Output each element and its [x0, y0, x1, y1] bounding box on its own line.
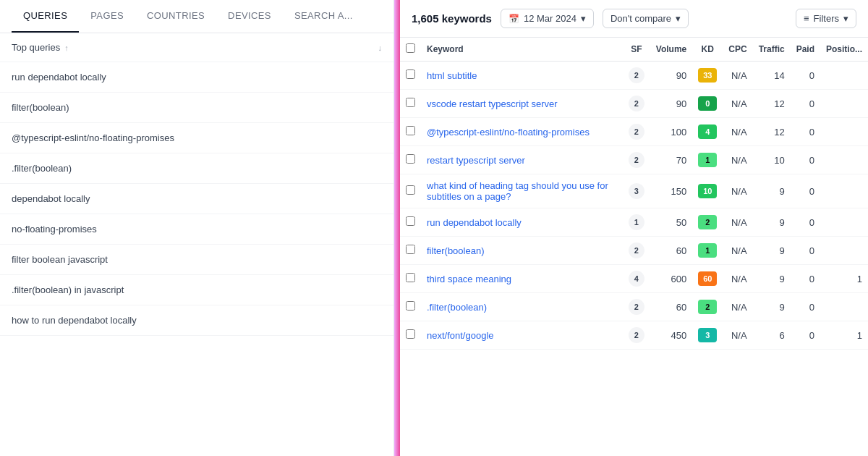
calendar-icon: 📅 [509, 14, 519, 24]
row-checkbox[interactable] [406, 69, 415, 79]
volume-cell: 450 [650, 321, 692, 350]
sf-cell: 2 [623, 293, 650, 321]
tab-queries[interactable]: QUERIES [12, 0, 79, 33]
volume-cell: 90 [650, 90, 692, 118]
list-item[interactable]: no-floating-promises [0, 214, 393, 245]
tab-devices[interactable]: DEVICES [216, 0, 283, 33]
traffic-cell: 12 [753, 90, 791, 118]
traffic-cell: 14 [753, 62, 791, 90]
tab-countries[interactable]: COUNTRIES [135, 0, 216, 33]
keyword-cell: run dependabot locally [421, 208, 623, 237]
list-item[interactable]: run dependabot locally [0, 62, 393, 93]
paid-cell: 0 [791, 321, 820, 350]
kd-badge: 1 [698, 243, 717, 258]
row-checkbox[interactable] [406, 98, 415, 107]
top-queries-label: Top queries ↑ [12, 42, 69, 53]
compare-button[interactable]: Don't compare ▾ [603, 9, 689, 28]
keyword-cell: what kind of heading tag should you use … [421, 174, 623, 208]
volume-cell: 60 [650, 237, 692, 265]
row-checkbox-cell [400, 265, 421, 293]
paid-cell: 0 [791, 146, 820, 174]
kd-cell: 33 [692, 62, 723, 90]
keyword-link[interactable]: html subtitle [427, 70, 477, 81]
sf-badge: 2 [629, 327, 644, 343]
row-checkbox[interactable] [406, 154, 415, 164]
date-picker-button[interactable]: 📅 12 Mar 2024 ▾ [501, 9, 594, 28]
tabs-nav: QUERIESPAGESCOUNTRIESDEVICESSEARCH A... [0, 0, 393, 33]
kd-cell: 3 [692, 321, 723, 350]
col-sf: SF [623, 38, 650, 62]
keywords-tbody: html subtitle29033N/A140vscode restart t… [400, 62, 868, 350]
row-checkbox[interactable] [406, 329, 415, 339]
sf-cell: 4 [623, 265, 650, 293]
kd-badge: 10 [698, 184, 717, 198]
right-header: 1,605 keywords 📅 12 Mar 2024 ▾ Don't com… [400, 0, 868, 38]
filter-icon: ≡ [804, 13, 809, 24]
keyword-link[interactable]: filter(boolean) [427, 245, 485, 256]
sf-cell: 1 [623, 208, 650, 237]
row-checkbox[interactable] [406, 273, 415, 282]
list-item[interactable]: filter boolean javascript [0, 245, 393, 275]
row-checkbox[interactable] [406, 245, 415, 254]
keywords-data-table: Keyword SF Volume KD CPC Traffic Paid Po… [400, 38, 868, 350]
keyword-cell: vscode restart typescript server [421, 90, 623, 118]
keyword-link[interactable]: third space meaning [427, 274, 511, 284]
kd-cell: 2 [692, 208, 723, 237]
row-checkbox[interactable] [406, 126, 415, 135]
list-item[interactable]: .filter(boolean) in javascript [0, 275, 393, 305]
traffic-cell: 9 [753, 265, 791, 293]
tab-pages[interactable]: PAGES [79, 0, 135, 33]
list-item[interactable]: how to run dependabot locally [0, 305, 393, 336]
position-cell [820, 237, 868, 265]
sf-cell: 2 [623, 118, 650, 146]
list-item[interactable]: .filter(boolean) [0, 153, 393, 184]
kd-cell: 10 [692, 174, 723, 208]
paid-cell: 0 [791, 265, 820, 293]
cpc-cell: N/A [723, 146, 752, 174]
sf-badge: 1 [629, 214, 644, 230]
keywords-count: 1,605 keywords [412, 12, 492, 25]
keyword-link[interactable]: run dependabot locally [427, 217, 522, 228]
kd-badge: 1 [698, 153, 717, 167]
keyword-link[interactable]: what kind of heading tag should you use … [427, 180, 608, 202]
row-checkbox[interactable] [406, 216, 415, 226]
sf-cell: 3 [623, 174, 650, 208]
sort-desc-icon[interactable]: ↓ [378, 43, 383, 52]
row-checkbox[interactable] [406, 301, 415, 311]
keyword-link[interactable]: .filter(boolean) [427, 302, 487, 313]
position-cell [820, 208, 868, 237]
volume-cell: 60 [650, 293, 692, 321]
keyword-cell: restart typescript server [421, 146, 623, 174]
keyword-link[interactable]: restart typescript server [427, 155, 525, 166]
position-cell [820, 146, 868, 174]
sf-badge: 4 [629, 271, 644, 287]
col-position: Positio... [820, 38, 868, 62]
sf-cell: 2 [623, 62, 650, 90]
kd-cell: 2 [692, 293, 723, 321]
keyword-link[interactable]: @typescript-eslint/no-floating-promises [427, 127, 590, 138]
sort-asc-icon[interactable]: ↑ [64, 43, 69, 52]
keyword-link[interactable]: next/font/google [427, 330, 494, 341]
col-paid: Paid [791, 38, 820, 62]
position-cell: 1 [820, 265, 868, 293]
kd-cell: 60 [692, 265, 723, 293]
select-all-checkbox[interactable] [406, 43, 415, 53]
volume-cell: 600 [650, 265, 692, 293]
paid-cell: 0 [791, 208, 820, 237]
row-checkbox-cell [400, 237, 421, 265]
kd-badge: 2 [698, 300, 717, 314]
row-checkbox-cell [400, 118, 421, 146]
list-item[interactable]: @typescript-eslint/no-floating-promises [0, 123, 393, 153]
filters-button[interactable]: ≡ Filters ▾ [796, 9, 856, 28]
kd-cell: 1 [692, 146, 723, 174]
list-item[interactable]: dependabot locally [0, 184, 393, 214]
filters-chevron-icon: ▾ [843, 13, 848, 24]
row-checkbox-cell [400, 321, 421, 350]
cpc-cell: N/A [723, 237, 752, 265]
table-row: vscode restart typescript server2900N/A1… [400, 90, 868, 118]
list-item[interactable]: filter(boolean) [0, 93, 393, 123]
keyword-link[interactable]: vscode restart typescript server [427, 98, 558, 109]
row-checkbox[interactable] [406, 185, 415, 195]
tab-search[interactable]: SEARCH A... [283, 0, 365, 33]
paid-cell: 0 [791, 118, 820, 146]
